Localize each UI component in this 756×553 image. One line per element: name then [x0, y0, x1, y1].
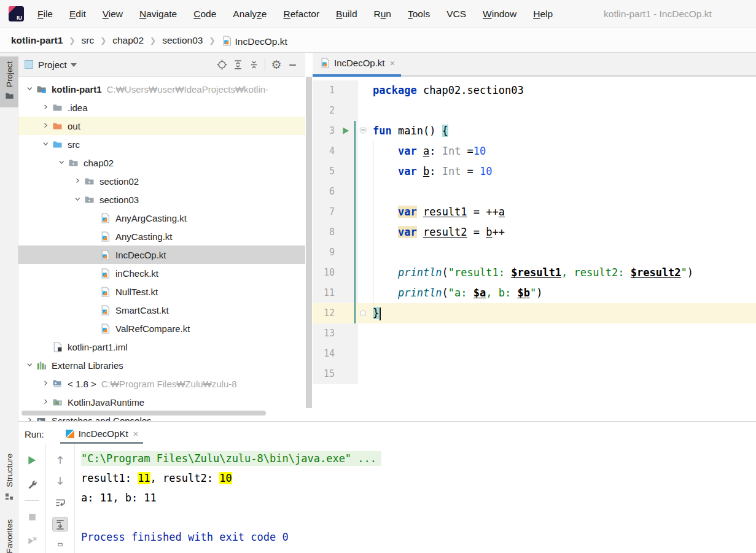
menu-item-refactor[interactable]: Refactor [283, 9, 319, 20]
tree-item-kotlin-part1[interactable]: kotlin-part1C:₩Users₩user₩IdeaProjects₩k… [18, 80, 305, 98]
fold-end-icon[interactable] [358, 303, 369, 323]
code-line-5[interactable]: 5 var b: Int = 10 [313, 161, 756, 182]
code-line-6[interactable]: 6 [313, 182, 756, 202]
code-line-12[interactable]: 12} [313, 303, 756, 323]
wrench-icon[interactable] [24, 476, 40, 492]
tree-item-anycasting-kt[interactable]: AnyCasting.kt [18, 227, 305, 246]
menu-item-analyze[interactable]: Analyze [233, 9, 267, 20]
run-gutter-icon[interactable] [337, 121, 354, 141]
collapse-all-icon[interactable] [246, 56, 262, 72]
code-text: var b: Int = 10 [369, 161, 493, 182]
code-line-13[interactable]: 13 [313, 323, 756, 344]
chevron-right-icon[interactable] [41, 122, 52, 130]
chevron-down-icon[interactable] [41, 140, 52, 149]
menu-item-edit[interactable]: Edit [69, 9, 86, 20]
tool-button-favorites[interactable]: Favorites [0, 514, 18, 553]
code-line-4[interactable]: 4 var a: Int =10 [313, 141, 756, 161]
tree-item-section03[interactable]: section03 [18, 190, 305, 209]
chevron-down-icon[interactable] [71, 63, 77, 67]
run-panel-header: Run: IncDecOpKt × [18, 422, 756, 444]
settings-icon[interactable]: ⚙ [268, 56, 284, 72]
up-icon[interactable] [52, 452, 68, 466]
code-text: var result2 = b++ [369, 222, 505, 242]
close-icon[interactable]: × [390, 58, 396, 68]
run-console[interactable]: "C:\Program Files\Zulu\zulu-8\bin\java.e… [75, 444, 756, 553]
run-panel: Run: IncDecOpKt × "C:\Program Files\Zulu… [18, 421, 756, 553]
expand-all-icon[interactable] [230, 56, 246, 72]
chevron-right-icon[interactable] [41, 379, 52, 388]
tree-item-anyargcasting-kt[interactable]: AnyArgCasting.kt [18, 209, 305, 227]
menu-item-tools[interactable]: Tools [408, 9, 430, 20]
tree-item-src[interactable]: src [18, 135, 305, 153]
tool-button-structure-label: Structure [5, 454, 14, 487]
menu-item-build[interactable]: Build [336, 9, 357, 20]
chevron-right-icon[interactable] [41, 398, 52, 406]
tree-item--1-8-[interactable]: < 1.8 >C:₩Program Files₩Zulu₩zulu-8 [18, 374, 305, 393]
print-partial-icon[interactable] [52, 539, 68, 553]
jdk-icon [52, 379, 63, 389]
menu-item-window[interactable]: Window [483, 9, 516, 20]
tool-button-project[interactable]: Project [0, 56, 18, 107]
chevron-down-icon[interactable] [72, 195, 84, 204]
code-line-11[interactable]: 11 println("a: $a, b: $b") [313, 283, 756, 303]
hide-icon[interactable] [284, 56, 300, 72]
softwrap-icon[interactable] [52, 495, 68, 509]
tree-item--idea[interactable]: .idea [18, 98, 305, 117]
menu-item-run[interactable]: Run [374, 9, 391, 20]
rerun-failed-icon[interactable] [24, 533, 40, 549]
breadcrumb-item-chap02[interactable]: chap02 [112, 35, 144, 46]
code-line-1[interactable]: 1package chap02.section03 [313, 80, 756, 101]
run-tab-incdecopkt[interactable]: IncDecOpKt × [60, 423, 144, 444]
tree-item-valrefcompare-kt[interactable]: ValRefCompare.kt [18, 319, 305, 338]
menu-item-view[interactable]: View [103, 9, 123, 20]
rerun-icon[interactable] [24, 452, 40, 468]
horizontal-scrollbar[interactable] [21, 411, 266, 416]
chevron-right-icon[interactable] [72, 177, 84, 185]
locate-icon[interactable] [214, 56, 230, 72]
tree-item-nulltest-kt[interactable]: NullTest.kt [18, 282, 305, 301]
tree-item-smartcast-kt[interactable]: SmartCast.kt [18, 301, 305, 319]
breadcrumb-item-incdecop.kt[interactable]: IncDecOp.kt [222, 34, 287, 47]
code-line-2[interactable]: 2 [313, 101, 756, 121]
tree-item-incdecop-kt[interactable]: IncDecOp.kt [18, 246, 305, 264]
chevron-right-icon[interactable] [41, 103, 52, 112]
tree-item-kotlinjavaruntime[interactable]: KotlinJavaRuntime [18, 393, 305, 411]
menu-item-vcs[interactable]: VCS [446, 9, 466, 20]
code-line-9[interactable]: 9 [313, 242, 756, 263]
menu-item-file[interactable]: File [37, 9, 53, 20]
fold-minus-icon[interactable] [358, 121, 369, 141]
code-line-7[interactable]: 7 var result1 = ++a [313, 202, 756, 222]
code-line-3[interactable]: 3fun main() { [313, 121, 756, 141]
code-line-10[interactable]: 10 println("result1: $result1, result2: … [313, 263, 756, 283]
menu-item-navigate[interactable]: Navigate [139, 9, 177, 20]
down-icon[interactable] [52, 474, 68, 488]
code-line-14[interactable]: 14 [313, 344, 756, 364]
tree-item-kotlin-part1-iml[interactable]: kotlin-part1.iml [18, 338, 305, 356]
project-panel-title[interactable]: Project [38, 60, 67, 70]
breadcrumb-item-kotlin-part1[interactable]: kotlin-part1 [11, 35, 63, 46]
tree-item-external-libraries[interactable]: External Libraries [18, 356, 305, 374]
breadcrumb-item-src[interactable]: src [81, 35, 94, 46]
code-line-15[interactable]: 15 [313, 364, 756, 384]
libraries-icon [36, 360, 47, 370]
stop-icon[interactable] [24, 509, 40, 525]
tree-item-incheck-kt[interactable]: inCheck.kt [18, 264, 305, 282]
breadcrumb-item-section03[interactable]: section03 [162, 35, 203, 46]
chevron-right-icon[interactable] [25, 416, 36, 421]
project-panel-scrollbar[interactable] [305, 53, 313, 421]
code-area[interactable]: 1package chap02.section0323fun main() {4… [313, 77, 756, 421]
kotlin-file-icon [320, 58, 330, 68]
chevron-down-icon[interactable] [25, 85, 36, 93]
editor-tab-incdecop[interactable]: IncDecOp.kt × [313, 53, 401, 75]
close-icon[interactable]: × [133, 428, 139, 439]
menu-item-help[interactable]: Help [533, 9, 553, 20]
code-line-8[interactable]: 8 var result2 = b++ [313, 222, 756, 242]
menu-item-code[interactable]: Code [193, 9, 216, 20]
scroll-end-icon[interactable] [52, 517, 68, 531]
chevron-down-icon[interactable] [57, 158, 68, 167]
tree-item-out[interactable]: out [18, 117, 305, 135]
chevron-down-icon[interactable] [25, 361, 36, 369]
tree-item-section02[interactable]: section02 [18, 172, 305, 190]
tree-item-chap02[interactable]: chap02 [18, 153, 305, 172]
tool-button-structure[interactable]: Structure [0, 449, 18, 509]
